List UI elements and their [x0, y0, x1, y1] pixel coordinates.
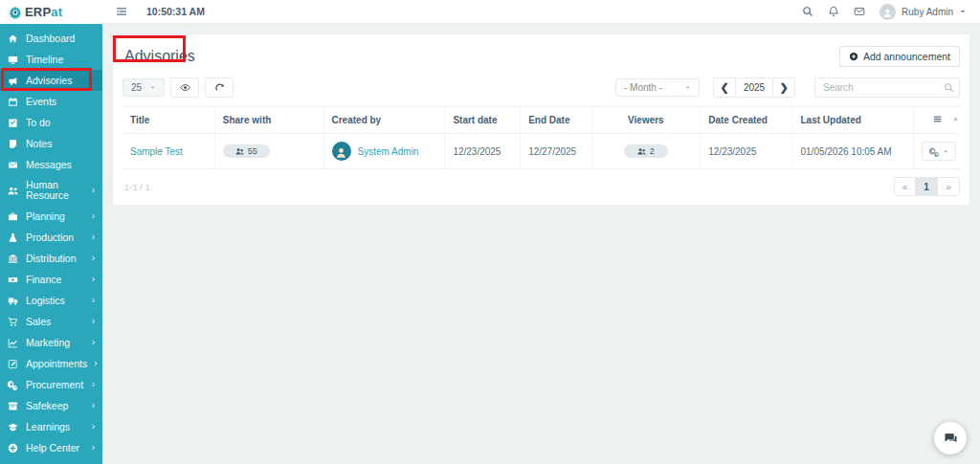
app-logo[interactable]: ERPat [0, 0, 102, 24]
sidebar-item-label: Logistics [26, 296, 65, 306]
sidebar-item-notes[interactable]: Notes [0, 133, 102, 154]
date-created-cell: 12/23/2025 [701, 134, 792, 169]
chevron-right-icon: › [92, 297, 95, 304]
learnings-icon [8, 422, 19, 432]
todo-icon [8, 118, 19, 128]
sidebar-item-marketing[interactable]: Marketing› [0, 332, 102, 353]
refresh-button[interactable] [205, 77, 234, 98]
chevron-right-icon: › [92, 444, 95, 452]
distribution-icon [8, 254, 19, 264]
sidebar-item-planning[interactable]: Planning› [0, 206, 102, 227]
month-filter-select[interactable]: - Month - [615, 78, 700, 97]
sidebar-item-label: Dashboard [26, 33, 75, 44]
sidebar-item-procurement[interactable]: Procurement› [0, 374, 102, 395]
sidebar-item-label: Procurement [26, 380, 83, 390]
sidebar-item-label: Planning [26, 211, 65, 222]
notes-icon [8, 139, 19, 149]
sidebar-item-logistics[interactable]: Logistics› [0, 290, 102, 311]
user-avatar [880, 4, 896, 20]
refresh-icon [214, 82, 225, 93]
sidebar-item-learnings[interactable]: Learnings› [0, 416, 102, 437]
cogs-icon [929, 146, 940, 157]
sidebar-item-label: Timeline [26, 55, 63, 65]
start-date-cell: 12/23/2025 [445, 134, 521, 169]
sidebar-item-label: Advisories [26, 76, 72, 86]
sidebar-item-label: Safekeep [26, 401, 68, 411]
chevron-right-icon: › [92, 187, 95, 194]
page-size-select[interactable]: 25 [122, 78, 165, 97]
dashboard-icon [8, 33, 19, 44]
plus-circle-icon [849, 52, 858, 61]
add-announcement-button[interactable]: Add announcement [839, 46, 960, 67]
sidebar-item-label: Marketing [26, 338, 70, 348]
col-header-start-date[interactable]: Start date [445, 107, 521, 134]
pagination-next-button[interactable]: » [938, 177, 960, 196]
sidebar-item-appointments[interactable]: Appointments› [0, 353, 102, 374]
pagination-prev-button[interactable]: « [894, 177, 916, 196]
advisories-icon [8, 76, 19, 86]
creator-link[interactable]: System Admin [358, 146, 419, 157]
sidebar-item-human-resource[interactable]: Human Resource› [0, 175, 102, 206]
user-menu[interactable]: Ruby Admin [880, 4, 967, 20]
sidebar-item-events[interactable]: Events [0, 91, 102, 112]
page-title: Advisories [122, 48, 195, 65]
sidebar-item-distribution[interactable]: Distribution› [0, 248, 102, 269]
search-input[interactable] [814, 77, 960, 98]
sidebar-item-dashboard[interactable]: Dashboard [0, 28, 102, 49]
sidebar-item-help-center[interactable]: Help Center› [0, 437, 102, 458]
chevron-right-icon: › [92, 212, 95, 220]
sidebar-item-production[interactable]: Production› [0, 227, 102, 248]
messages-icon [8, 160, 19, 170]
chevron-right-icon: › [92, 423, 95, 431]
table-row: Sample Test 55 System Admin 12/23/20 [122, 134, 960, 169]
sidebar-item-advisories[interactable]: Advisories [0, 70, 102, 91]
chevron-right-icon: › [92, 276, 95, 283]
sort-asc-icon: ▲ [952, 115, 959, 122]
toggle-columns-button[interactable] [170, 77, 199, 98]
app-logo-text: ERPat [25, 5, 62, 19]
events-icon [8, 97, 19, 107]
share-with-badge: 55 [223, 144, 270, 158]
sidebar-item-label: Distribution [26, 254, 77, 264]
col-header-share-with[interactable]: Share with [214, 107, 323, 134]
chevron-down-icon [684, 84, 691, 91]
sidebar-item-finance[interactable]: Finance› [0, 269, 102, 290]
pagination-page-1-button[interactable]: 1 [916, 177, 938, 196]
col-header-end-date[interactable]: End Date [521, 107, 591, 134]
col-header-last-updated[interactable]: Last Updated [792, 107, 914, 134]
col-header-viewers[interactable]: Viewers [591, 107, 701, 134]
sidebar-item-timeline[interactable]: Timeline [0, 49, 102, 70]
clock-time: 10:50:31 AM [146, 6, 205, 17]
row-actions-button[interactable] [922, 142, 956, 161]
year-prev-button[interactable]: ❮ [713, 77, 736, 98]
gear-logo-icon [9, 6, 22, 19]
sidebar-item-sales[interactable]: Sales› [0, 311, 102, 332]
sidebar-item-safekeep[interactable]: Safekeep› [0, 395, 102, 416]
user-name: Ruby Admin [902, 7, 953, 17]
table-header-row: Title Share with Created by Start date E… [122, 107, 960, 134]
sidebar-item-to-do[interactable]: To do [0, 112, 102, 133]
messages-envelope-icon[interactable] [854, 6, 865, 17]
sidebar-toggle-icon[interactable] [116, 6, 127, 17]
col-header-actions[interactable]: ▲ [914, 107, 960, 134]
chat-fab-button[interactable] [934, 422, 967, 454]
sidebar-item-label: Messages [26, 160, 72, 170]
chevron-right-icon: › [92, 318, 95, 325]
col-header-title[interactable]: Title [122, 107, 214, 134]
col-header-date-created[interactable]: Date Created [701, 107, 792, 134]
sidebar-item-label: Appointments [26, 359, 87, 369]
menu-bars-icon [932, 114, 943, 124]
topbar: 10:50:31 AM Ruby Admin [102, 0, 980, 24]
year-next-button[interactable]: ❯ [772, 77, 795, 98]
notifications-bell-icon[interactable] [828, 6, 839, 17]
advisory-title-link[interactable]: Sample Test [130, 146, 183, 157]
sidebar-nav: DashboardTimelineAdvisoriesEventsTo doNo… [0, 24, 102, 458]
col-header-created-by[interactable]: Created by [323, 107, 445, 134]
sidebar-item-label: Events [26, 97, 56, 107]
creator-avatar [332, 142, 351, 161]
year-value: 2025 [736, 77, 772, 98]
planning-icon [8, 211, 19, 222]
search-icon[interactable] [802, 6, 813, 17]
sidebar-item-messages[interactable]: Messages [0, 154, 102, 175]
sidebar-item-label: Production [26, 232, 74, 243]
